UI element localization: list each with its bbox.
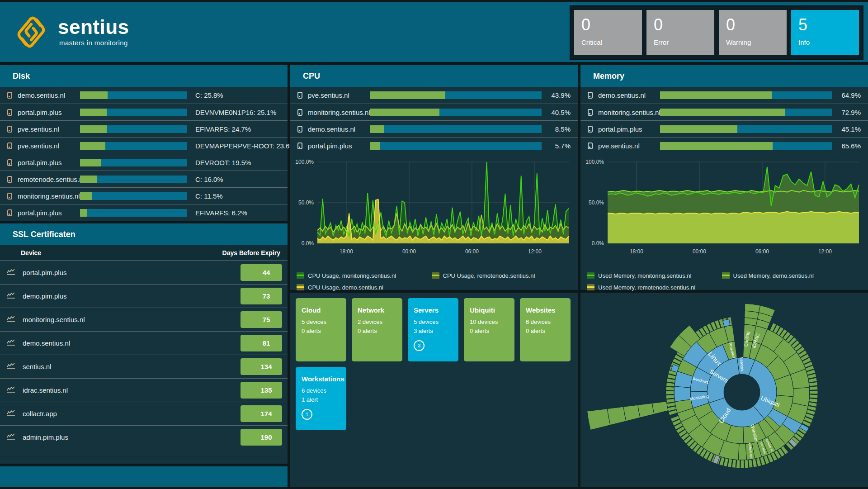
legend-item[interactable]: CPU Usage, monitoring.sentius.nl	[297, 270, 432, 281]
ssl-device-name[interactable]: idrac.sentius.nl	[15, 386, 241, 394]
ssl-device-name[interactable]: monitoring.sentius.nl	[15, 316, 241, 323]
ssl-row[interactable]: demo.pim.plus73	[0, 285, 288, 308]
device-name[interactable]: portal.pim.plus	[598, 125, 660, 133]
device-name[interactable]: monitoring.sentius.nl	[598, 109, 660, 116]
legend-item[interactable]: Used Memory, remotenode.sentius.nl	[587, 281, 722, 293]
device-icon	[588, 92, 593, 99]
memory-row[interactable]: pve.sentius.nl65.6%	[580, 137, 868, 154]
disk-row[interactable]: pve.sentius.nlDEVMAPPERPVE-ROOT: 23.6%	[0, 137, 288, 154]
device-name[interactable]: monitoring.sentius.nl	[308, 109, 370, 116]
sunburst-segment[interactable]	[738, 444, 746, 460]
device-name[interactable]: monitoring.sentius.nl	[18, 192, 80, 200]
device-icon	[7, 209, 12, 216]
cpu-row[interactable]: portal.pim.plus5.7%	[290, 137, 578, 154]
device-name[interactable]: pve.sentius.nl	[308, 91, 370, 99]
ssl-device-name[interactable]: portal.pim.plus	[15, 269, 241, 276]
device-name[interactable]: portal.pim.plus	[18, 159, 80, 166]
ssl-row[interactable]: portal.pim.plus44	[0, 261, 288, 285]
cpu-row[interactable]: monitoring.sentius.nl40.5%	[290, 104, 578, 120]
sunburst-tick[interactable]	[810, 394, 818, 399]
sunburst-tick[interactable]	[666, 395, 675, 399]
ssl-device-name[interactable]: admin.pim.plus	[15, 433, 241, 441]
disk-row[interactable]: pve.sentius.nlEFIVARFS: 24.7%	[0, 120, 288, 137]
sunburst-segment[interactable]	[638, 403, 654, 418]
device-name[interactable]: demo.sentius.nl	[308, 125, 370, 133]
sunburst-tick[interactable]	[666, 387, 674, 390]
sunburst-tick[interactable]	[809, 382, 818, 386]
sunburst-segment[interactable]	[723, 319, 730, 327]
sunburst-segment[interactable]	[587, 409, 610, 430]
device-name[interactable]: pve.sentius.nl	[598, 142, 660, 150]
ssl-row[interactable]: monitoring.sentius.nl75	[0, 308, 288, 332]
ssl-device-name[interactable]: sentius.nl	[15, 363, 241, 370]
disk-row[interactable]: remotenode.sentius.nlC: 16.0%	[0, 171, 288, 187]
cpu-row[interactable]: pve.sentius.nl43.9%	[290, 87, 578, 104]
svg-text:06:00: 06:00	[755, 248, 769, 255]
tile-ubiquiti[interactable]: Ubiquiti10 devices0 alerts	[464, 298, 514, 361]
disk-row[interactable]: portal.pim.plusDEVROOT: 19.5%	[0, 154, 288, 171]
disk-row[interactable]: portal.pim.plusDEVNVME0N1P16: 25.1%	[0, 104, 288, 120]
device-sunburst-chart[interactable]: NetworkUbiquitiCloudServersCoolingiDRACW…	[580, 293, 868, 484]
sunburst-tick[interactable]	[745, 460, 749, 468]
sunburst-segment[interactable]	[674, 386, 691, 402]
device-name[interactable]: portal.pim.plus	[308, 142, 370, 150]
legend-item[interactable]: Used Memory, monitoring.sentius.nl	[587, 270, 722, 281]
sunburst-tick[interactable]	[810, 386, 818, 390]
cpu-row[interactable]: demo.sentius.nl8.5%	[290, 120, 578, 137]
memory-row[interactable]: portal.pim.plus45.1%	[580, 120, 868, 137]
usage-bar	[80, 209, 187, 217]
sunburst-tick[interactable]	[666, 391, 674, 394]
stat-critical[interactable]: 0Critical	[574, 10, 642, 55]
device-name[interactable]: demo.sentius.nl	[18, 91, 80, 99]
sunburst-segment[interactable]	[652, 402, 669, 414]
sunburst-tick[interactable]	[666, 399, 675, 403]
device-name[interactable]: portal.pim.plus	[18, 209, 80, 217]
cpu-usage-chart[interactable]: 0.0%50.0%100.0%18:0000:0006:0012:00	[292, 157, 573, 266]
memory-row[interactable]: monitoring.sentius.nl72.9%	[580, 104, 868, 120]
tile-workstations[interactable]: Workstations6 devices1 alert1	[296, 367, 346, 430]
usage-bar-fill	[80, 91, 108, 99]
disk-row[interactable]: demo.sentius.nlC: 25.8%	[0, 87, 288, 104]
device-name[interactable]: pve.sentius.nl	[18, 125, 80, 133]
device-name[interactable]: portal.pim.plus	[18, 109, 80, 116]
ssl-row[interactable]: idrac.sentius.nl135	[0, 379, 288, 402]
ssl-row[interactable]: collactr.app174	[0, 402, 288, 426]
ssl-device-name[interactable]: demo.sentius.nl	[15, 339, 241, 347]
tile-servers[interactable]: Servers5 devices3 alerts3	[408, 298, 458, 361]
sunburst-tick[interactable]	[736, 460, 741, 468]
sunburst-tick[interactable]	[810, 390, 818, 394]
ssl-row[interactable]: admin.pim.plus190	[0, 426, 288, 449]
legend-item[interactable]: CPU Usage, remotenode.sentius.nl	[432, 270, 567, 281]
disk-row[interactable]: monitoring.sentius.nlC: 11.5%	[0, 187, 288, 204]
stat-warning[interactable]: 0Warning	[719, 10, 787, 55]
svg-text:50.0%: 50.0%	[298, 199, 314, 206]
disk-rows: demo.sentius.nlC: 25.8%portal.pim.plusDE…	[0, 87, 288, 221]
stat-value: 0	[581, 15, 642, 34]
tile-cloud[interactable]: Cloud5 devices0 alerts	[296, 298, 346, 361]
sunburst-tick[interactable]	[809, 399, 818, 403]
ssl-device-name[interactable]: collactr.app	[15, 410, 241, 418]
stat-info[interactable]: 5Info	[791, 10, 859, 55]
ssl-row[interactable]: sentius.nl134	[0, 355, 288, 379]
sunburst-tick[interactable]	[741, 460, 744, 468]
ssl-device-name[interactable]: demo.pim.plus	[15, 292, 241, 300]
device-icon	[7, 126, 12, 133]
device-name[interactable]: demo.sentius.nl	[598, 91, 660, 99]
sunburst-panel: NetworkUbiquitiCloudServersCoolingiDRACW…	[580, 293, 868, 487]
memory-row[interactable]: demo.sentius.nl64.9%	[580, 87, 868, 104]
device-name[interactable]: remotenode.sentius.nl	[18, 176, 80, 183]
sunburst-segment[interactable]	[607, 407, 626, 425]
device-name[interactable]: pve.sentius.nl	[18, 142, 80, 150]
sunburst-segment[interactable]	[623, 405, 640, 421]
sunburst-tick[interactable]	[732, 460, 736, 468]
sunburst-tick[interactable]	[666, 383, 675, 387]
tile-network[interactable]: Network2 devices0 alerts	[352, 298, 402, 361]
disk-row[interactable]: portal.pim.plusEFIVARFS: 6.2%	[0, 204, 288, 221]
ssl-row[interactable]: demo.sentius.nl81	[0, 332, 288, 355]
stat-error[interactable]: 0Error	[646, 10, 714, 55]
tile-websites[interactable]: Websites6 devices0 alerts	[520, 298, 571, 361]
memory-usage-chart[interactable]: 0.0%50.0%100.0%18:0000:0006:0012:00	[582, 157, 863, 266]
legend-item[interactable]: CPU Usage, demo.sentius.nl	[297, 281, 432, 293]
legend-item[interactable]: Used Memory, demo.sentius.nl	[722, 270, 857, 281]
sunburst-tick[interactable]	[749, 459, 753, 468]
